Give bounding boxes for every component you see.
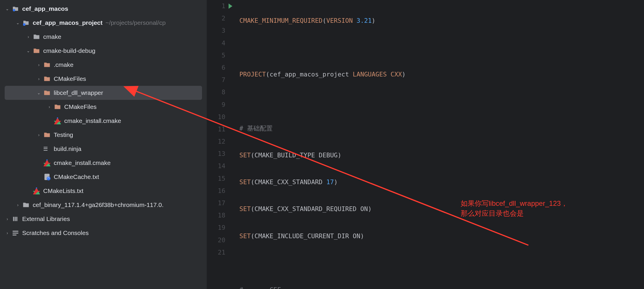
- tree-cmakelists[interactable]: CMakeLists.txt: [0, 184, 207, 198]
- folder-icon: [33, 33, 40, 41]
- annotation-note: 如果你写libcef_dll_wrapper_123， 那么对应目录也会是: [461, 199, 568, 218]
- chevron-right-icon[interactable]: ›: [36, 62, 42, 67]
- code-editor[interactable]: 123456789101112131415161718192021 CMAKE_…: [207, 0, 644, 289]
- tree-cmakefiles-2[interactable]: › CMakeFiles: [0, 100, 207, 114]
- svg-rect-7: [13, 231, 18, 231]
- gutter-line-number: 6: [207, 62, 234, 74]
- gutter-line-number: 5: [207, 49, 234, 62]
- tree-build-debug[interactable]: ⌄ cmake-build-debug: [0, 44, 207, 58]
- svg-rect-4: [13, 217, 14, 221]
- chevron-right-icon[interactable]: ›: [4, 217, 11, 221]
- tree-cmake-dir[interactable]: › cmake: [0, 30, 207, 44]
- module-folder-icon: [22, 19, 30, 27]
- gutter-line-number: 14: [207, 160, 234, 172]
- svg-point-3: [47, 177, 51, 180]
- tree-cmakefiles-1[interactable]: › CMakeFiles: [0, 72, 207, 86]
- tree-cmake-install-2[interactable]: cmake_install.cmake: [0, 156, 207, 170]
- svg-rect-6: [16, 217, 18, 221]
- tree-libcef-wrapper[interactable]: ⌄ libcef_dll_wrapper: [5, 86, 202, 100]
- tree-label: build.ninja: [54, 145, 81, 152]
- svg-rect-5: [15, 217, 16, 221]
- gutter-line-number: 8: [207, 86, 234, 98]
- gutter-line-number: 13: [207, 148, 234, 160]
- chevron-right-icon[interactable]: ›: [25, 34, 32, 39]
- gutter-line-number: 2: [207, 12, 234, 25]
- tree-label: External Libraries: [22, 215, 70, 222]
- cmake-cache-icon: [43, 173, 51, 181]
- gutter-line-number: 19: [207, 222, 234, 234]
- tree-project[interactable]: ⌄ cef_app_macos_project ~/projects/perso…: [0, 16, 207, 30]
- tree-dot-cmake[interactable]: › .cmake: [0, 58, 207, 72]
- run-gutter-icon[interactable]: [229, 4, 232, 9]
- gutter-line-number: 20: [207, 234, 234, 246]
- chevron-down-icon[interactable]: ⌄: [25, 48, 32, 53]
- module-folder-icon: [12, 5, 19, 13]
- tree-label: cef_binary_117.1.4+ga26f38b+chromium-117…: [33, 201, 163, 208]
- tree-label: cef_app_macos: [22, 5, 68, 12]
- svg-rect-8: [13, 233, 18, 234]
- tree-label: cmake_install.cmake: [54, 159, 111, 166]
- line-gutter: 123456789101112131415161718192021: [207, 0, 234, 289]
- tree-cmakecache[interactable]: CMakeCache.txt: [0, 170, 207, 184]
- tree-cmake-install-1[interactable]: cmake_install.cmake: [0, 114, 207, 128]
- cmake-file-icon: [43, 159, 51, 167]
- scratches-icon: [12, 229, 19, 237]
- chevron-down-icon[interactable]: ⌄: [36, 90, 42, 95]
- folder-excluded-icon: [43, 89, 51, 97]
- folder-excluded-icon: [43, 75, 51, 83]
- tree-label: CMakeFiles: [64, 103, 97, 110]
- chevron-right-icon[interactable]: ›: [36, 76, 42, 81]
- svg-rect-9: [13, 234, 16, 235]
- chevron-down-icon[interactable]: ⌄: [15, 20, 21, 25]
- gutter-line-number: 1: [207, 0, 234, 12]
- code-area[interactable]: CMAKE_MINIMUM_REQUIRED(VERSION 3.21) PRO…: [234, 0, 550, 289]
- tree-label: Scratches and Consoles: [22, 229, 89, 236]
- gutter-line-number: 10: [207, 111, 234, 123]
- tree-cef-binary[interactable]: › cef_binary_117.1.4+ga26f38b+chromium-1…: [0, 198, 207, 212]
- tree-label: cmake: [43, 33, 61, 40]
- tree-label: cmake_install.cmake: [64, 117, 121, 124]
- folder-excluded-icon: [33, 47, 40, 55]
- folder-excluded-icon: [43, 61, 51, 69]
- tree-label: CMakeFiles: [54, 75, 86, 82]
- tree-scratches[interactable]: › Scratches and Consoles: [0, 226, 207, 240]
- gutter-line-number: 15: [207, 173, 234, 185]
- tree-label: libcef_dll_wrapper: [54, 89, 103, 96]
- gutter-line-number: 17: [207, 197, 234, 209]
- gutter-line-number: 4: [207, 37, 234, 49]
- gutter-line-number: 18: [207, 209, 234, 222]
- chevron-right-icon[interactable]: ›: [36, 133, 42, 137]
- gutter-line-number: 12: [207, 135, 234, 148]
- gutter-line-number: 9: [207, 99, 234, 111]
- tree-label: Testing: [54, 131, 73, 138]
- tree-ext-libs[interactable]: › External Libraries: [0, 212, 207, 226]
- tree-root[interactable]: ⌄ cef_app_macos: [0, 2, 207, 16]
- svg-point-0: [13, 9, 15, 11]
- cmake-file-icon: [54, 117, 61, 125]
- chevron-right-icon[interactable]: ›: [46, 105, 53, 109]
- tree-label: cef_app_macos_project: [33, 19, 102, 26]
- chevron-right-icon[interactable]: ›: [4, 231, 11, 235]
- gutter-line-number: 11: [207, 123, 234, 135]
- tree-build-ninja[interactable]: ☰ build.ninja: [0, 142, 207, 156]
- folder-excluded-icon: [54, 103, 61, 111]
- tree-label: CMakeCache.txt: [54, 173, 99, 180]
- folder-icon: [22, 201, 30, 209]
- gutter-line-number: 21: [207, 246, 234, 259]
- svg-rect-1: [23, 23, 25, 26]
- tree-path-hint: ~/projects/personal/cp: [105, 19, 166, 26]
- project-tree: ⌄ cef_app_macos ⌄ cef_app_macos_project …: [0, 0, 207, 289]
- gutter-line-number: 16: [207, 185, 234, 197]
- gutter-line-number: 3: [207, 25, 234, 37]
- code-token: CMAKE_MINIMUM_REQUIRED: [239, 17, 323, 24]
- library-icon: [12, 215, 19, 223]
- chevron-down-icon[interactable]: ⌄: [4, 6, 11, 11]
- gutter-line-number: 7: [207, 74, 234, 86]
- tree-label: CMakeLists.txt: [43, 187, 83, 194]
- tree-label: cmake-build-debug: [43, 47, 95, 54]
- chevron-right-icon[interactable]: ›: [15, 203, 21, 207]
- tree-label: .cmake: [54, 61, 74, 68]
- tree-testing[interactable]: › Testing: [0, 128, 207, 142]
- text-file-icon: ☰: [43, 146, 51, 152]
- cmake-file-icon: [33, 187, 40, 195]
